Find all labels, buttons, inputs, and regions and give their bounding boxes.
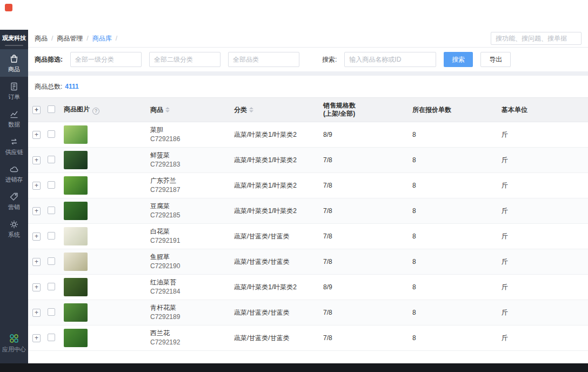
goods-icon xyxy=(9,54,19,64)
product-id: C7292190 xyxy=(150,262,234,271)
sidebar-item-label: 商品 xyxy=(8,66,20,72)
sidebar: 观麦科技 商品订单数据供应链进销存营销系统 应用中心 xyxy=(0,30,28,363)
expand-row-button[interactable] xyxy=(32,258,41,266)
row-checkbox[interactable] xyxy=(48,308,55,316)
product-id: C7292192 xyxy=(150,338,234,347)
summary-row: 商品总数:4111 xyxy=(28,76,588,97)
sidebar-item-marketing[interactable]: 营销 xyxy=(0,187,28,215)
expand-row-button[interactable] xyxy=(32,131,41,139)
product-category: 蔬菜/甘蓝类/甘蓝类 xyxy=(234,308,323,317)
product-name: 西兰花 xyxy=(150,329,234,338)
inventory-icon xyxy=(9,164,19,174)
product-name: 鲜菠菜 xyxy=(150,151,234,160)
sidebar-item-orders[interactable]: 订单 xyxy=(0,77,28,104)
breadcrumb: 商品 商品管理 商品库 xyxy=(28,30,588,48)
expand-row-button[interactable] xyxy=(32,156,41,164)
sidebar-item-app-center[interactable]: 应用中心 xyxy=(0,328,28,357)
row-checkbox[interactable] xyxy=(48,232,55,240)
expand-row-button[interactable] xyxy=(32,232,41,241)
filter-bar: 商品筛选: 全部一级分类 全部二级分类 全部品类 搜索: 搜索 导出 xyxy=(28,48,588,71)
product-category: 蔬菜/叶菜类1/叶菜类2 xyxy=(234,156,323,165)
quote-sheet-count: 8 xyxy=(412,258,502,265)
bottom-bar xyxy=(0,363,588,372)
col-spec-label: 销售规格数 xyxy=(323,102,412,110)
quote-sheet-count: 8 xyxy=(412,207,502,215)
product-category: 蔬菜/甘蓝类/甘蓝类 xyxy=(234,232,323,241)
row-checkbox[interactable] xyxy=(48,181,55,189)
row-checkbox[interactable] xyxy=(48,257,55,265)
row-checkbox[interactable] xyxy=(48,334,55,341)
category-level1-select[interactable]: 全部一级分类 xyxy=(70,52,142,67)
product-id: C7292187 xyxy=(150,185,234,195)
base-unit: 斤 xyxy=(502,283,588,292)
sidebar-item-label: 供应链 xyxy=(5,149,23,155)
product-image xyxy=(64,125,88,144)
supply-icon xyxy=(9,137,19,147)
category-level2-select[interactable]: 全部二级分类 xyxy=(149,52,220,67)
expand-all-button[interactable] xyxy=(32,106,41,114)
row-checkbox[interactable] xyxy=(48,130,55,138)
product-image xyxy=(64,202,88,220)
help-icon[interactable] xyxy=(92,108,99,115)
top-strip xyxy=(0,0,588,30)
row-checkbox[interactable] xyxy=(48,156,55,163)
breadcrumb-item-goods[interactable]: 商品 xyxy=(35,34,57,43)
table-row: 白花菜 C7292191 蔬菜/甘蓝类/甘蓝类 7/8 8 斤 xyxy=(28,224,588,249)
expand-row-button[interactable] xyxy=(32,283,41,291)
app-favicon-icon xyxy=(5,4,12,11)
search-button[interactable]: 搜索 xyxy=(444,52,473,67)
sort-category-icon[interactable] xyxy=(249,107,253,112)
row-checkbox[interactable] xyxy=(48,207,55,214)
global-search-input[interactable] xyxy=(491,32,582,45)
product-name: 广东芥兰 xyxy=(150,176,234,185)
product-category: 蔬菜/叶菜类1/叶菜类2 xyxy=(234,207,323,216)
table-row: 菜胆 C7292186 蔬菜/叶菜类1/叶菜类2 8/9 8 斤 xyxy=(28,122,588,148)
product-table-card: 商品总数:4111 商品图片 商品 分类 销售规格数 (上架/全部) 所在报价单… xyxy=(28,76,588,363)
quote-sheet-count: 8 xyxy=(412,232,502,240)
sidebar-item-data[interactable]: 数据 xyxy=(0,104,28,132)
sidebar-item-label: 营销 xyxy=(8,204,20,210)
expand-row-button[interactable] xyxy=(32,309,41,317)
base-unit: 斤 xyxy=(502,334,588,343)
product-id: C7292183 xyxy=(150,160,234,169)
app-shell: 观麦科技 商品订单数据供应链进销存营销系统 应用中心 商品 商品管理 商品库 商… xyxy=(0,30,588,363)
sidebar-item-label: 系统 xyxy=(8,231,20,238)
sidebar-item-system[interactable]: 系统 xyxy=(0,215,28,242)
expand-row-button[interactable] xyxy=(32,182,41,190)
main-content: 商品 商品管理 商品库 商品筛选: 全部一级分类 全部二级分类 全部品类 搜索:… xyxy=(28,30,588,363)
expand-row-button[interactable] xyxy=(32,334,41,342)
spec-count: 8/9 xyxy=(323,131,412,138)
table-row: 豆腐菜 C7292185 蔬菜/叶菜类1/叶菜类2 7/8 8 斤 xyxy=(28,198,588,224)
select-all-checkbox[interactable] xyxy=(48,105,55,113)
product-name: 菜胆 xyxy=(150,125,234,135)
spec-count: 7/8 xyxy=(323,232,412,240)
category-type-select[interactable]: 全部品类 xyxy=(228,52,299,67)
filter-label: 商品筛选: xyxy=(35,55,63,64)
expand-row-button[interactable] xyxy=(32,207,41,215)
product-image xyxy=(64,176,88,195)
sidebar-item-goods[interactable]: 商品 xyxy=(0,49,28,77)
product-id: C7292184 xyxy=(150,287,234,296)
table-row: 红油菜苔 C7292184 蔬菜/叶菜类1/叶菜类2 8/9 8 斤 xyxy=(28,275,588,300)
col-category-label: 分类 xyxy=(234,106,247,114)
product-image xyxy=(64,278,88,296)
base-unit: 斤 xyxy=(502,156,588,165)
spec-count: 7/8 xyxy=(323,309,412,316)
table-body: 菜胆 C7292186 蔬菜/叶菜类1/叶菜类2 8/9 8 斤 鲜菠菜 C72… xyxy=(28,122,588,351)
quote-sheet-count: 8 xyxy=(412,309,502,316)
breadcrumb-item-goods-management[interactable]: 商品管理 xyxy=(57,34,92,43)
sidebar-item-supply[interactable]: 供应链 xyxy=(0,132,28,160)
spec-count: 8/9 xyxy=(323,283,412,291)
table-header: 商品图片 商品 分类 销售规格数 (上架/全部) 所在报价单数 基本单位 xyxy=(28,97,588,122)
base-unit: 斤 xyxy=(502,207,588,216)
export-button[interactable]: 导出 xyxy=(480,52,511,67)
col-quotes-label: 所在报价单数 xyxy=(412,105,502,115)
sidebar-item-inventory[interactable]: 进销存 xyxy=(0,160,28,187)
sort-product-icon[interactable] xyxy=(165,107,170,112)
product-name: 青杆花菜 xyxy=(150,303,234,313)
total-count-value: 4111 xyxy=(65,83,78,90)
product-search-input[interactable] xyxy=(344,52,436,67)
table-row: 鱼腥草 C7292190 蔬菜/甘蓝类/甘蓝类 7/8 8 斤 xyxy=(28,249,588,275)
order-icon xyxy=(9,82,19,91)
row-checkbox[interactable] xyxy=(48,283,55,290)
